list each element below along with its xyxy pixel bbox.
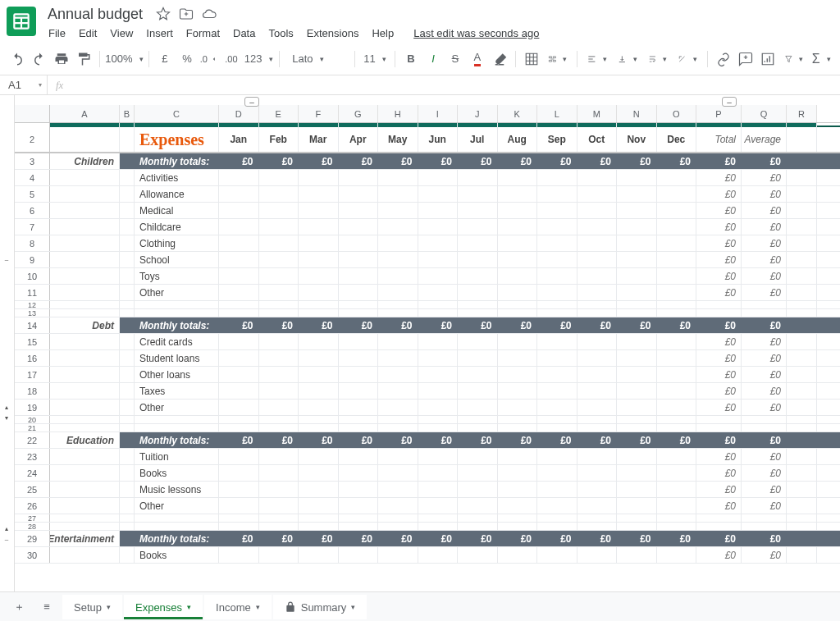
cell[interactable] (578, 219, 618, 235)
cell[interactable] (617, 498, 657, 514)
cell[interactable] (120, 498, 135, 514)
cell[interactable] (458, 252, 498, 267)
cell[interactable] (458, 547, 498, 563)
cell[interactable] (578, 203, 618, 218)
cell[interactable] (537, 301, 578, 308)
cell[interactable] (418, 523, 459, 530)
cell[interactable] (378, 498, 418, 514)
cell[interactable] (50, 301, 120, 308)
cell[interactable] (787, 514, 817, 522)
cell[interactable] (299, 219, 339, 235)
cell[interactable] (120, 531, 135, 546)
cell[interactable] (696, 301, 742, 308)
cell[interactable]: £0 (742, 186, 787, 202)
cell[interactable]: £0 (696, 334, 742, 349)
cell[interactable]: £0 (742, 432, 787, 448)
cell[interactable] (339, 235, 379, 251)
cell[interactable] (578, 367, 618, 382)
cell[interactable] (219, 449, 259, 464)
cell[interactable] (299, 416, 339, 423)
cell[interactable] (657, 235, 697, 251)
cell[interactable] (219, 514, 259, 522)
cell[interactable] (120, 317, 135, 333)
cell[interactable] (120, 465, 135, 481)
cell[interactable] (537, 252, 578, 267)
zoom-select[interactable]: 100% (105, 48, 144, 70)
cell[interactable] (458, 482, 498, 497)
cell[interactable] (120, 449, 135, 464)
column-header[interactable]: R (787, 105, 817, 122)
star-icon[interactable] (156, 7, 171, 21)
cell[interactable] (458, 235, 498, 251)
column-header[interactable]: N (617, 105, 657, 122)
cell[interactable] (120, 547, 135, 563)
cell[interactable] (617, 203, 657, 218)
cell[interactable] (259, 514, 299, 522)
cell[interactable]: £0 (458, 317, 498, 333)
cell[interactable]: £0 (418, 153, 459, 169)
cell[interactable]: £0 (378, 531, 418, 546)
cell[interactable] (259, 301, 299, 308)
cell[interactable]: £0 (742, 170, 787, 185)
month-header[interactable]: Jul (458, 127, 498, 152)
month-header[interactable]: Sep (537, 127, 578, 152)
cell[interactable] (458, 514, 498, 522)
cell[interactable] (418, 498, 459, 514)
cell[interactable] (339, 203, 379, 218)
cell[interactable] (657, 350, 697, 366)
cell[interactable] (259, 350, 299, 366)
total-header[interactable]: Total (696, 127, 742, 152)
cell[interactable]: £0 (657, 432, 697, 448)
cell[interactable]: £0 (259, 317, 299, 333)
cell[interactable]: £0 (696, 317, 742, 333)
cell[interactable]: £0 (578, 153, 618, 169)
cell[interactable] (219, 301, 259, 308)
cell[interactable] (50, 367, 120, 382)
cell[interactable] (578, 449, 618, 464)
line-item[interactable]: Childcare (135, 219, 219, 235)
cell[interactable] (787, 285, 817, 300)
cell[interactable] (219, 498, 259, 514)
cell[interactable] (787, 252, 817, 267)
cell[interactable] (339, 482, 379, 497)
cell[interactable]: £0 (742, 531, 787, 546)
text-rotate-button[interactable] (673, 48, 702, 70)
cell[interactable] (339, 514, 379, 522)
cell[interactable] (657, 383, 697, 399)
cell[interactable] (537, 400, 578, 415)
cell[interactable]: £0 (617, 531, 657, 546)
cell[interactable] (378, 400, 418, 415)
cell[interactable] (259, 186, 299, 202)
cell[interactable] (339, 383, 379, 399)
cell[interactable] (787, 523, 817, 530)
cell[interactable] (219, 383, 259, 399)
line-item[interactable]: Books (135, 547, 219, 563)
cell[interactable]: £0 (617, 317, 657, 333)
column-header[interactable]: M (578, 105, 618, 122)
cell[interactable] (378, 350, 418, 366)
column-group-toggle[interactable]: – (244, 97, 259, 107)
cell[interactable] (537, 465, 578, 481)
cell[interactable] (299, 367, 339, 382)
cell[interactable] (339, 424, 379, 432)
cell[interactable] (339, 416, 379, 423)
cell[interactable]: £0 (578, 317, 618, 333)
cell[interactable] (742, 416, 787, 423)
cell[interactable] (742, 424, 787, 432)
cell[interactable] (787, 301, 817, 308)
cell[interactable] (339, 465, 379, 481)
cell[interactable] (617, 334, 657, 349)
cell[interactable]: £0 (418, 531, 459, 546)
sheet-tab-summary[interactable]: Summary▾ (273, 595, 368, 619)
line-item[interactable]: Other (135, 498, 219, 514)
borders-button[interactable] (521, 48, 542, 70)
cell[interactable] (537, 334, 578, 349)
cell[interactable] (120, 301, 135, 308)
cell[interactable] (787, 416, 817, 423)
cell[interactable]: £0 (537, 432, 578, 448)
cell[interactable] (299, 383, 339, 399)
cell[interactable] (378, 235, 418, 251)
cell[interactable] (378, 416, 418, 423)
cell[interactable] (498, 186, 538, 202)
cell[interactable] (299, 449, 339, 464)
